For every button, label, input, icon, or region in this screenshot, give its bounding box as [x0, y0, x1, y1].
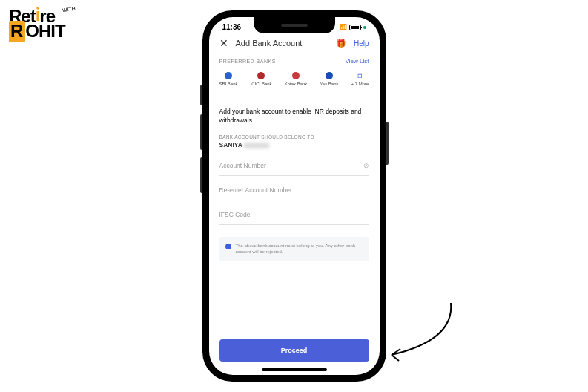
status-icons: 📶 [340, 24, 366, 30]
view-list-link[interactable]: View List [346, 58, 369, 65]
gift-icon[interactable]: 🎁 [336, 39, 346, 48]
ifsc-input[interactable] [219, 211, 369, 218]
brand-logo: WITH Retire ROHIT [9, 9, 65, 39]
info-note: i The above bank account must belong to … [219, 237, 369, 261]
signal-icon: 📶 [340, 24, 347, 30]
battery-icon [349, 24, 361, 30]
account-number-input[interactable] [219, 162, 363, 169]
account-holder-name: SANIYA [219, 140, 369, 151]
bank-kotak[interactable]: Kotak Bank [285, 72, 308, 86]
eye-off-icon[interactable]: ⊘ [363, 162, 369, 169]
account-number-field[interactable]: ⊘ [219, 151, 369, 176]
bank-sbi[interactable]: SBI Bank [219, 72, 238, 86]
screen-title: Add Bank Account [236, 39, 328, 48]
help-link[interactable]: Help [354, 39, 369, 48]
phone-frame: 11:36 📶 ✕ Add Bank Account 🎁 Help PREFER… [202, 10, 386, 382]
annotation-arrow [377, 299, 458, 366]
ifsc-field[interactable] [219, 200, 369, 225]
bank-more[interactable]: ⊞+ 7 More [351, 72, 369, 86]
bank-yes[interactable]: Yes Bank [320, 72, 338, 86]
bank-icici[interactable]: ICICI Bank [251, 72, 272, 86]
notch [254, 17, 335, 33]
status-time: 11:36 [222, 23, 242, 31]
reenter-account-input[interactable] [219, 186, 369, 194]
bank-list: SBI Bank ICICI Bank Kotak Bank Yes Bank … [219, 69, 369, 97]
close-icon[interactable]: ✕ [219, 37, 228, 49]
proceed-button[interactable]: Proceed [219, 339, 369, 362]
reenter-account-field[interactable] [219, 176, 369, 200]
belong-label: BANK ACCOUNT SHOULD BELONG TO [219, 134, 369, 140]
preferred-banks-label: PREFERRED BANKS [219, 59, 276, 64]
bank-icon [225, 72, 232, 79]
more-icon: ⊞ [357, 72, 364, 79]
description-text: Add your bank account to enable INR depo… [219, 97, 369, 134]
note-text: The above bank account must belong to yo… [236, 243, 363, 255]
bank-icon [326, 72, 333, 79]
bank-icon [257, 72, 265, 79]
bank-icon [292, 72, 300, 79]
info-icon: i [225, 244, 231, 249]
screen-header: ✕ Add Bank Account 🎁 Help [219, 34, 369, 56]
home-indicator [262, 368, 327, 371]
phone-screen: 11:36 📶 ✕ Add Bank Account 🎁 Help PREFER… [209, 17, 380, 375]
